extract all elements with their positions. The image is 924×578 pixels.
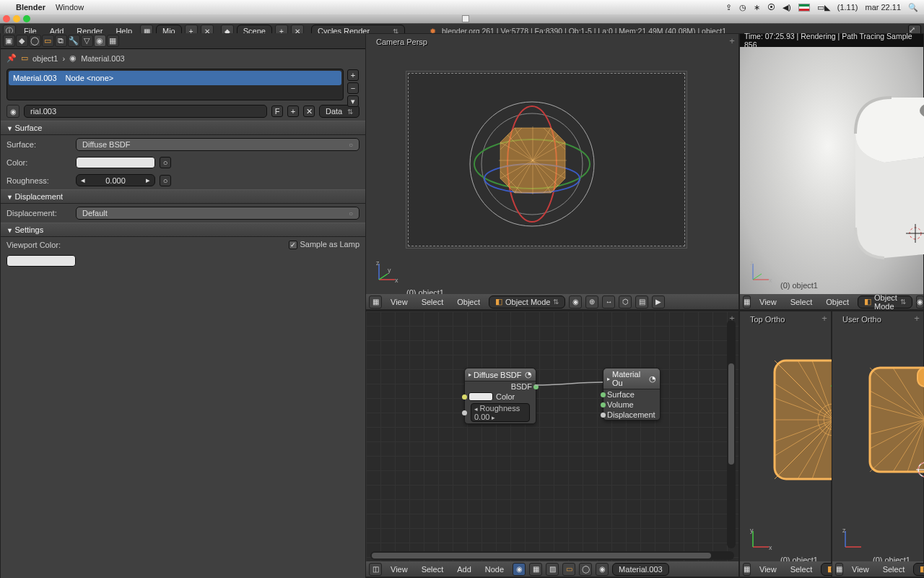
menu-view[interactable]: View xyxy=(847,564,874,575)
tab-data[interactable]: ▽ xyxy=(81,35,93,47)
viewport-render[interactable]: Time: 07:25.93 | Rendering | Path Tracin… xyxy=(739,33,924,311)
viewport-top-ortho[interactable]: + Top Ortho xyxy=(739,311,832,578)
menu-select[interactable]: Select xyxy=(878,564,910,575)
socket-volume: Volume xyxy=(607,400,634,409)
menu-view[interactable]: View xyxy=(754,296,782,308)
viewport-header: ▦ View Select Object ◧Object Mode⇅ ◉ ⊕ ↔… xyxy=(366,294,738,310)
menu-node[interactable]: Node xyxy=(480,564,509,575)
menu-select[interactable]: Select xyxy=(417,296,449,308)
tab-texture[interactable]: ▦ xyxy=(107,35,119,47)
viewport-color-swatch[interactable] xyxy=(6,255,76,267)
tab-world[interactable]: ◯ xyxy=(29,35,41,47)
pivot-icon[interactable]: ⊕ xyxy=(585,296,598,309)
layers-icon[interactable]: ▤ xyxy=(635,296,648,309)
node-roughness-field[interactable]: ◂ Roughness 0.00 ▸ xyxy=(471,403,530,422)
mode-selector[interactable]: ◧Object Mode⇅ xyxy=(489,296,565,309)
color-link[interactable]: ○ xyxy=(160,157,171,168)
compositor-icon[interactable]: ▦ xyxy=(529,563,542,576)
pin-icon[interactable]: 📌 xyxy=(6,53,17,63)
panel-settings[interactable]: Settings xyxy=(1,223,365,237)
mode-selector[interactable]: ◧Object Mode⇅ xyxy=(858,296,912,309)
editor-type-icon[interactable]: ◫ xyxy=(369,563,382,576)
app-menu-window[interactable]: Window xyxy=(56,3,84,12)
slot-add-button[interactable]: + xyxy=(347,69,359,81)
shading-icon[interactable]: ◉ xyxy=(569,296,582,309)
texture-tree-icon[interactable]: ▨ xyxy=(546,563,559,576)
editor-type-icon[interactable]: ▦ xyxy=(369,296,382,309)
displacement-selector[interactable]: Default○ xyxy=(76,207,359,220)
world-icon[interactable]: ◯ xyxy=(579,563,592,576)
material-unlink[interactable]: ✕ xyxy=(303,105,315,117)
menu-object[interactable]: Object xyxy=(452,296,485,308)
wifi-icon[interactable]: ⦿ xyxy=(767,3,775,12)
breadcrumb-object[interactable]: object1 xyxy=(32,54,58,63)
menu-view[interactable]: View xyxy=(754,564,782,575)
tab-constraints[interactable]: ⧉ xyxy=(55,35,67,47)
split-corner[interactable]: + xyxy=(727,35,737,46)
shading-icon[interactable]: ◉ xyxy=(916,296,924,309)
shader-tree-icon[interactable]: ◉ xyxy=(513,563,526,576)
menu-select[interactable]: Select xyxy=(417,564,449,575)
bluetooth-icon[interactable]: ∗ xyxy=(754,3,760,12)
roughness-field[interactable]: ◂0.000▸ xyxy=(76,174,155,186)
tab-material[interactable]: ◉ xyxy=(94,35,106,47)
h-scrollbar[interactable] xyxy=(370,551,734,560)
material-icon[interactable]: ◉ xyxy=(596,563,609,576)
mode-selector[interactable]: ◧Object xyxy=(913,563,924,576)
menu-object[interactable]: Object xyxy=(821,296,854,308)
material-slot[interactable]: Material.003 Node <none> xyxy=(9,71,341,85)
editor-type-icon[interactable]: ▦ xyxy=(743,563,751,576)
sample-as-lamp-checkbox[interactable]: ✓ xyxy=(289,241,297,249)
battery-icon[interactable]: ▭◣ xyxy=(817,3,830,12)
editor-type-icon[interactable]: ▦ xyxy=(835,563,843,576)
menu-select[interactable]: Select xyxy=(785,564,818,575)
material-slot-list[interactable]: Material.003 Node <none> + − ▾ xyxy=(6,69,344,100)
node-material-selector[interactable]: Material.003 xyxy=(612,563,669,576)
app-menu-blender[interactable]: Blender xyxy=(16,3,45,12)
split-corner[interactable]: + xyxy=(912,313,922,323)
color-swatch[interactable] xyxy=(76,157,155,168)
slot-remove-button[interactable]: − xyxy=(347,82,359,94)
svg-text:x: x xyxy=(395,277,398,284)
material-name-field[interactable]: rial.003 xyxy=(24,105,267,118)
editor-type-icon[interactable]: ▦ xyxy=(743,296,751,309)
clock[interactable]: mar 22.11 xyxy=(865,3,901,12)
sync-icon[interactable]: ◷ xyxy=(739,3,746,12)
spotlight-icon[interactable]: 🔍 xyxy=(908,3,918,12)
slot-menu-button[interactable]: ▾ xyxy=(347,95,359,107)
manipulator-icon[interactable]: ↔ xyxy=(602,296,615,309)
input-flag-icon[interactable] xyxy=(798,4,810,12)
tab-modifiers[interactable]: 🔧 xyxy=(68,35,80,47)
dropbox-icon[interactable]: ⇪ xyxy=(725,3,732,12)
node-editor[interactable]: + ▸Diffuse BSDF◔ BSDF Color ◂ Roughness … xyxy=(365,311,739,578)
surface-shader-selector[interactable]: Diffuse BSDF○ xyxy=(76,138,359,151)
panel-surface[interactable]: Surface xyxy=(1,121,365,135)
node-color-swatch[interactable] xyxy=(468,392,493,401)
menu-view[interactable]: View xyxy=(385,564,413,575)
object-icon[interactable]: ▭ xyxy=(562,563,575,576)
menu-add[interactable]: Add xyxy=(452,564,476,575)
panel-displacement[interactable]: Displacement xyxy=(1,189,365,204)
tab-scene[interactable]: ◆ xyxy=(16,35,28,47)
v-scrollbar[interactable] xyxy=(727,320,736,548)
node-diffuse-bsdf[interactable]: ▸Diffuse BSDF◔ BSDF Color ◂ Roughness 0.… xyxy=(464,368,536,424)
viewport-camera[interactable]: + Camera Persp xyxy=(365,33,739,311)
render-icon[interactable]: ▶ xyxy=(652,296,665,309)
material-browse-icon[interactable]: ◉ xyxy=(6,105,19,118)
material-add[interactable]: + xyxy=(287,105,299,117)
cursor-3d-icon xyxy=(915,459,924,480)
roughness-link[interactable]: ○ xyxy=(160,175,171,186)
breadcrumb: 📌 ▭ object1 › ◉ Material.003 xyxy=(1,49,365,67)
svg-line-20 xyxy=(379,274,388,280)
menu-view[interactable]: View xyxy=(385,296,413,308)
viewport-user-ortho[interactable]: + User Ortho xyxy=(832,311,924,578)
snap-icon[interactable]: ⬡ xyxy=(619,296,632,309)
tab-render[interactable]: ▣ xyxy=(3,35,15,47)
node-material-output[interactable]: ▸Material Ou◔ Surface Volume Displacemen… xyxy=(603,368,661,420)
volume-icon[interactable]: ◀) xyxy=(783,3,791,12)
menu-select[interactable]: Select xyxy=(785,296,818,308)
tab-object[interactable]: ▭ xyxy=(42,35,54,47)
split-corner[interactable]: + xyxy=(819,313,829,323)
breadcrumb-material[interactable]: Material.003 xyxy=(81,54,125,63)
fake-user-button[interactable]: F xyxy=(271,105,283,117)
